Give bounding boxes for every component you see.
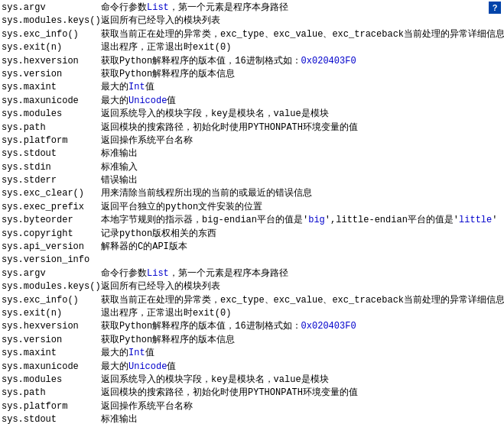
table-row: sys.exit(n)退出程序，正常退出时exit(0) <box>2 41 502 54</box>
api-name: sys.argv <box>2 267 101 280</box>
api-description: 最大的Int值 <box>101 81 502 94</box>
api-description: 最大的Unicode值 <box>101 361 502 374</box>
api-description: 本地字节规则的指示器，big-endian平台的值是'big',little-e… <box>101 214 502 227</box>
api-description: 返回平台独立的python文件安装的位置 <box>101 201 502 214</box>
api-name: sys.version <box>2 334 101 347</box>
api-description: 退出程序，正常退出时exit(0) <box>101 41 502 54</box>
table-row: sys.exit(n)退出程序，正常退出时exit(0) <box>2 307 502 320</box>
api-description: 标准输出 <box>101 413 502 424</box>
api-name: sys.modules.keys() <box>2 280 101 293</box>
api-description: 返回系统导入的模块字段，key是模块名，value是模块 <box>101 108 502 121</box>
api-description: 返回所有已经导入的模块列表 <box>101 280 502 293</box>
api-name: sys.maxunicode <box>2 361 101 374</box>
table-row: sys.path返回模块的搜索路径，初始化时使用PYTHONPATH环境变量的值 <box>2 121 502 134</box>
api-description <box>101 254 502 267</box>
api-name: sys.modules.keys() <box>2 15 101 28</box>
table-row: sys.stdout标准输出 <box>2 147 502 160</box>
api-description: 返回操作系统平台名称 <box>101 134 502 147</box>
api-description: 错误输出 <box>101 174 502 187</box>
api-name: sys.stderr <box>2 174 101 187</box>
api-name: sys.stdout <box>2 147 101 160</box>
api-name: sys.path <box>2 387 101 400</box>
table-row: sys.version获取Python解释程序的版本信息 <box>2 68 502 81</box>
table-row: sys.hexversion获取Python解释程序的版本值，16进制格式如：0… <box>2 55 502 68</box>
api-description: 最大的Unicode值 <box>101 95 502 108</box>
table-row: sys.version获取Python解释程序的版本信息 <box>2 334 502 347</box>
api-description: 返回模块的搜索路径，初始化时使用PYTHONPATH环境变量的值 <box>101 387 502 400</box>
api-name: sys.exc_clear() <box>2 187 101 200</box>
api-name: sys.exc_info() <box>2 28 101 41</box>
api-description: 获取当前正在处理的异常类，exc_type、exc_value、exc_trac… <box>101 28 504 41</box>
api-name: sys.platform <box>2 134 101 147</box>
api-description: 命令行参数List，第一个元素是程序本身路径 <box>101 267 502 280</box>
api-description: 返回模块的搜索路径，初始化时使用PYTHONPATH环境变量的值 <box>101 121 502 134</box>
api-description: 解释器的C的API版本 <box>101 241 502 254</box>
table-row: sys.modules返回系统导入的模块字段，key是模块名，value是模块 <box>2 108 502 121</box>
table-row: sys.modules.keys()返回所有已经导入的模块列表 <box>2 15 502 28</box>
api-name: sys.argv <box>2 2 101 15</box>
content-area: sys.argv命令行参数List，第一个元素是程序本身路径sys.module… <box>0 0 504 424</box>
api-name: sys.stdin <box>2 161 101 174</box>
table-row: sys.path返回模块的搜索路径，初始化时使用PYTHONPATH环境变量的值 <box>2 387 502 400</box>
api-name: sys.maxint <box>2 347 101 360</box>
api-name: sys.maxunicode <box>2 95 101 108</box>
table-row: sys.argv命令行参数List，第一个元素是程序本身路径 <box>2 2 502 15</box>
api-name: sys.api_version <box>2 241 101 254</box>
table-row: sys.platform返回操作系统平台名称 <box>2 400 502 413</box>
api-description: 获取Python解释程序的版本信息 <box>101 68 502 81</box>
table-row: sys.exec_prefix返回平台独立的python文件安装的位置 <box>2 201 502 214</box>
table-row: sys.copyright记录python版权相关的东西 <box>2 228 502 241</box>
table-row: sys.maxint最大的Int值 <box>2 81 502 94</box>
table-row: sys.byteorder本地字节规则的指示器，big-endian平台的值是'… <box>2 214 502 227</box>
table-row: sys.maxint最大的Int值 <box>2 347 502 360</box>
help-button[interactable]: ? <box>489 2 501 14</box>
api-description: 返回系统导入的模块字段，key是模块名，value是模块 <box>101 374 502 387</box>
api-name: sys.exec_prefix <box>2 201 101 214</box>
table-row: sys.stdout标准输出 <box>2 413 502 424</box>
table-row: sys.exc_clear()用来清除当前线程所出现的当前的或最近的错误信息 <box>2 187 502 200</box>
table-row: sys.version_info <box>2 254 502 267</box>
api-description: 退出程序，正常退出时exit(0) <box>101 307 502 320</box>
api-name: sys.version_info <box>2 254 101 267</box>
api-name: sys.platform <box>2 400 101 413</box>
api-description: 获取当前正在处理的异常类，exc_type、exc_value、exc_trac… <box>101 294 504 307</box>
api-name: sys.modules <box>2 108 101 121</box>
api-name: sys.maxint <box>2 81 101 94</box>
api-description: 获取Python解释程序的版本值，16进制格式如：0x020403F0 <box>101 55 502 68</box>
api-name: sys.exit(n) <box>2 307 101 320</box>
table-row: sys.stderr错误输出 <box>2 174 502 187</box>
table-row: sys.modules.keys()返回所有已经导入的模块列表 <box>2 280 502 293</box>
table-row: sys.maxunicode最大的Unicode值 <box>2 95 502 108</box>
table-row: sys.argv命令行参数List，第一个元素是程序本身路径 <box>2 267 502 280</box>
api-description: 用来清除当前线程所出现的当前的或最近的错误信息 <box>101 187 502 200</box>
api-description: 获取Python解释程序的版本值，16进制格式如：0x020403F0 <box>101 320 502 333</box>
table-row: sys.hexversion获取Python解释程序的版本值，16进制格式如：0… <box>2 320 502 333</box>
table-row: sys.exc_info()获取当前正在处理的异常类，exc_type、exc_… <box>2 28 502 41</box>
api-name: sys.exit(n) <box>2 41 101 54</box>
api-name: sys.modules <box>2 374 101 387</box>
main-container: sys.argv命令行参数List，第一个元素是程序本身路径sys.module… <box>0 0 504 424</box>
api-description: 获取Python解释程序的版本信息 <box>101 334 502 347</box>
table-row: sys.api_version解释器的C的API版本 <box>2 241 502 254</box>
table-row: sys.stdin标准输入 <box>2 161 502 174</box>
api-description: 命令行参数List，第一个元素是程序本身路径 <box>101 2 502 15</box>
api-name: sys.version <box>2 68 101 81</box>
table-row: sys.modules返回系统导入的模块字段，key是模块名，value是模块 <box>2 374 502 387</box>
api-description: 返回操作系统平台名称 <box>101 400 502 413</box>
table-row: sys.platform返回操作系统平台名称 <box>2 134 502 147</box>
api-description: 标准输出 <box>101 147 502 160</box>
api-name: sys.stdout <box>2 413 101 424</box>
api-name: sys.exc_info() <box>2 294 101 307</box>
api-name: sys.copyright <box>2 228 101 241</box>
api-description: 返回所有已经导入的模块列表 <box>101 15 502 28</box>
api-name: sys.hexversion <box>2 320 101 333</box>
api-description: 标准输入 <box>101 161 502 174</box>
table-row: sys.exc_info()获取当前正在处理的异常类，exc_type、exc_… <box>2 294 502 307</box>
api-description: 记录python版权相关的东西 <box>101 228 502 241</box>
api-name: sys.byteorder <box>2 214 101 227</box>
table-row: sys.maxunicode最大的Unicode值 <box>2 361 502 374</box>
api-description: 最大的Int值 <box>101 347 502 360</box>
api-name: sys.path <box>2 121 101 134</box>
api-name: sys.hexversion <box>2 55 101 68</box>
